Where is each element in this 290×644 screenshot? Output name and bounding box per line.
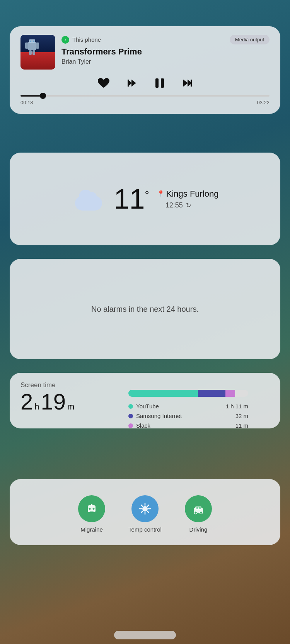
bar-youtube bbox=[128, 390, 198, 397]
album-art bbox=[20, 35, 55, 70]
driving-circle bbox=[185, 495, 212, 522]
weather-content: 11 ° 📍 Kings Furlong 12:55 ↻ bbox=[71, 185, 218, 213]
svg-line-30 bbox=[147, 505, 149, 506]
migraine-label: Migraine bbox=[80, 526, 103, 533]
legend-dot-slack bbox=[128, 423, 133, 428]
svg-point-23 bbox=[142, 506, 148, 511]
home-indicator bbox=[114, 631, 176, 639]
temp-control-label: Temp control bbox=[128, 526, 162, 533]
svg-rect-12 bbox=[161, 78, 164, 88]
screentime-minutes-unit: m bbox=[67, 402, 74, 412]
svg-rect-36 bbox=[196, 507, 198, 509]
svg-line-28 bbox=[141, 505, 143, 506]
svg-marker-13 bbox=[183, 80, 188, 87]
screentime-breakdown: YouTube 1 h 11 m Samsung Internet 32 m S… bbox=[128, 390, 248, 432]
bar-slack bbox=[225, 390, 235, 397]
pause-button[interactable] bbox=[153, 76, 166, 90]
legend-value-samsung: 32 m bbox=[221, 413, 248, 419]
svg-point-2 bbox=[30, 41, 31, 42]
alarm-message: No alarms in the next 24 hours. bbox=[91, 305, 199, 314]
weather-card: 11 ° 📍 Kings Furlong 12:55 ↻ bbox=[10, 153, 280, 245]
music-player-card: This phone Media output Transformers Pri… bbox=[10, 26, 280, 114]
svg-point-17 bbox=[89, 508, 91, 510]
temperature-unit: ° bbox=[145, 189, 149, 201]
action-migraine[interactable]: Migraine bbox=[78, 495, 105, 533]
previous-button[interactable] bbox=[126, 77, 138, 89]
legend-value-youtube: 1 h 11 m bbox=[221, 403, 248, 410]
legend-dot-samsung bbox=[128, 414, 133, 418]
progress-bar-background bbox=[20, 95, 270, 97]
screentime-hours-unit: h bbox=[34, 402, 39, 412]
next-button[interactable] bbox=[182, 77, 193, 89]
progress-knob bbox=[40, 93, 46, 99]
svg-line-31 bbox=[141, 511, 143, 513]
legend-row-slack: Slack 11 m bbox=[128, 422, 248, 429]
music-info: This phone Media output Transformers Pri… bbox=[61, 35, 270, 65]
svg-line-29 bbox=[147, 511, 149, 513]
svg-point-35 bbox=[200, 511, 202, 514]
action-temp-control[interactable]: Temp control bbox=[128, 495, 162, 533]
screentime-minutes: 19 bbox=[41, 391, 66, 413]
actions-row: Migraine Temp control bbox=[20, 488, 270, 537]
temp-circle bbox=[131, 495, 159, 522]
screentime-hours: 2 bbox=[20, 391, 33, 413]
svg-point-18 bbox=[93, 508, 95, 510]
legend-label-youtube: YouTube bbox=[136, 403, 218, 410]
action-driving[interactable]: Driving bbox=[185, 495, 212, 533]
quick-actions-card: Migraine Temp control bbox=[10, 479, 280, 545]
cloud-icon bbox=[71, 187, 106, 211]
alarm-card: No alarms in the next 24 hours. bbox=[10, 259, 280, 359]
legend-row-samsung: Samsung Internet 32 m bbox=[128, 413, 248, 419]
screentime-header: Screen time bbox=[20, 381, 270, 389]
progress-bar-fill bbox=[20, 95, 43, 97]
bar-samsung bbox=[198, 390, 225, 397]
playback-source: This phone bbox=[72, 36, 101, 43]
temperature-value: 11 bbox=[114, 185, 145, 213]
like-button[interactable] bbox=[97, 77, 111, 89]
progress-bar-container[interactable]: 00:18 03:22 bbox=[20, 95, 270, 105]
svg-rect-5 bbox=[36, 42, 39, 49]
location-pin-icon: 📍 bbox=[157, 190, 165, 197]
weather-time: 12:55 bbox=[165, 201, 183, 209]
legend-value-slack: 11 m bbox=[221, 422, 248, 429]
legend-row-youtube: YouTube 1 h 11 m bbox=[128, 403, 248, 410]
location-info: 📍 Kings Furlong 12:55 ↻ bbox=[157, 189, 219, 209]
svg-rect-20 bbox=[91, 504, 92, 506]
spotify-icon bbox=[61, 36, 69, 44]
svg-rect-15 bbox=[191, 80, 192, 87]
time-total: 03:22 bbox=[257, 100, 270, 105]
legend-label-samsung: Samsung Internet bbox=[136, 413, 218, 419]
svg-rect-21 bbox=[88, 509, 89, 511]
svg-rect-37 bbox=[199, 507, 201, 509]
screentime-bar-chart bbox=[128, 390, 248, 397]
svg-rect-10 bbox=[128, 80, 129, 87]
playback-controls bbox=[20, 76, 270, 90]
svg-rect-7 bbox=[32, 50, 35, 55]
svg-rect-4 bbox=[25, 42, 28, 49]
refresh-icon[interactable]: ↻ bbox=[186, 202, 191, 209]
legend-dot-youtube bbox=[128, 404, 133, 409]
svg-rect-11 bbox=[155, 78, 159, 88]
svg-point-3 bbox=[33, 41, 34, 42]
driving-label: Driving bbox=[189, 526, 208, 533]
song-title: Transformers Prime bbox=[61, 47, 270, 57]
legend-label-slack: Slack bbox=[136, 422, 218, 429]
migraine-circle bbox=[78, 495, 105, 522]
bar-other bbox=[235, 390, 248, 397]
svg-rect-22 bbox=[94, 509, 96, 511]
svg-rect-19 bbox=[90, 511, 94, 511]
svg-point-34 bbox=[194, 511, 197, 514]
location-name: Kings Furlong bbox=[166, 189, 219, 199]
svg-rect-6 bbox=[29, 50, 32, 55]
temperature-display: 11 ° bbox=[114, 185, 149, 213]
svg-marker-9 bbox=[131, 80, 136, 87]
song-artist: Brian Tyler bbox=[61, 58, 270, 65]
screentime-card: Screen time 2 h 19 m YouTube 1 h 11 m Sa… bbox=[10, 373, 280, 428]
time-elapsed: 00:18 bbox=[20, 100, 33, 105]
media-output-button[interactable]: Media output bbox=[230, 35, 270, 44]
